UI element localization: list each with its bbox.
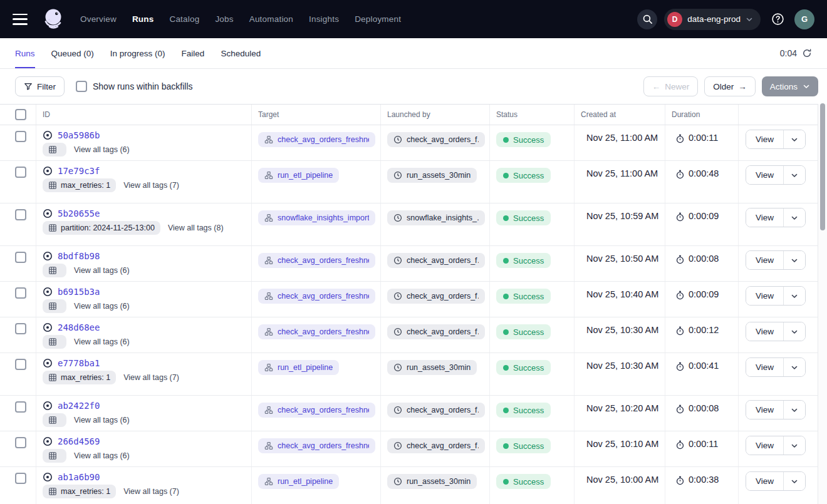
tab-queued-0[interactable]: Queued (0) <box>51 38 94 68</box>
launched-by-pill[interactable]: check_avg_orders_f… <box>387 289 485 304</box>
target-pill[interactable]: check_avg_orders_freshne <box>258 289 375 304</box>
hamburger-menu-icon[interactable] <box>13 14 28 25</box>
launched-by-pill[interactable]: snowflake_insights_… <box>387 210 485 225</box>
view-dropdown-button[interactable] <box>783 401 805 419</box>
row-checkbox[interactable] <box>15 473 26 484</box>
run-id-link[interactable]: ab1a6b90 <box>58 472 100 482</box>
view-all-tags-link[interactable]: View all tags (8) <box>168 224 224 232</box>
view-all-tags-link[interactable]: View all tags (7) <box>123 181 179 190</box>
target-pill[interactable]: snowflake_insights_import <box>258 210 375 225</box>
run-id-link[interactable]: 248d68ee <box>58 322 100 332</box>
launched-by-pill[interactable]: run_assets_30min <box>387 474 477 489</box>
backfills-checkbox[interactable] <box>76 81 87 92</box>
view-run-button[interactable]: View <box>746 130 783 148</box>
launched-by-pill[interactable]: run_assets_30min <box>387 168 477 183</box>
run-id-link[interactable]: 50a5986b <box>58 130 100 140</box>
view-run-button[interactable]: View <box>746 436 783 455</box>
refresh-icon[interactable] <box>802 48 812 58</box>
view-all-tags-link[interactable]: View all tags (7) <box>123 487 179 496</box>
target-pill[interactable]: check_avg_orders_freshne <box>258 132 375 147</box>
view-all-tags-link[interactable]: View all tags (6) <box>74 337 130 346</box>
view-run-button[interactable]: View <box>746 287 783 305</box>
select-all-checkbox[interactable] <box>15 109 26 120</box>
view-run-button[interactable]: View <box>746 166 783 184</box>
deployment-selector[interactable]: D data-eng-prod <box>664 9 761 30</box>
target-pill[interactable]: check_avg_orders_freshne <box>258 403 375 418</box>
launched-by-pill[interactable]: check_avg_orders_f… <box>387 253 485 268</box>
launched-by-pill[interactable]: check_avg_orders_f… <box>387 403 485 418</box>
view-dropdown-button[interactable] <box>783 287 805 305</box>
row-checkbox[interactable] <box>15 401 26 413</box>
view-all-tags-link[interactable]: View all tags (6) <box>74 145 130 154</box>
launched-by-pill[interactable]: run_assets_30min <box>387 360 477 375</box>
row-checkbox[interactable] <box>15 287 26 299</box>
view-dropdown-button[interactable] <box>783 436 805 455</box>
view-run-button[interactable]: View <box>746 401 783 419</box>
target-pill[interactable]: check_avg_orders_freshne <box>258 253 375 268</box>
view-dropdown-button[interactable] <box>783 251 805 269</box>
actions-button[interactable]: Actions <box>762 76 818 96</box>
target-pill[interactable]: check_avg_orders_freshne <box>258 438 375 453</box>
launched-by-pill[interactable]: check_avg_orders_f… <box>387 438 485 453</box>
search-button[interactable] <box>637 9 657 29</box>
tab-in-progress-0[interactable]: In progress (0) <box>110 38 165 68</box>
launched-by-pill[interactable]: check_avg_orders_f… <box>387 324 485 339</box>
target-pill[interactable]: run_etl_pipeline <box>258 360 339 375</box>
run-id-link[interactable]: e7778ba1 <box>58 358 100 368</box>
view-run-button[interactable]: View <box>746 322 783 341</box>
view-run-button[interactable]: View <box>746 208 783 227</box>
scrollbar-thumb[interactable] <box>820 103 825 230</box>
view-run-button[interactable]: View <box>746 358 783 376</box>
row-checkbox[interactable] <box>15 209 26 220</box>
view-dropdown-button[interactable] <box>783 322 805 341</box>
row-checkbox[interactable] <box>15 131 26 142</box>
nav-item-catalog[interactable]: Catalog <box>169 14 199 24</box>
row-checkbox[interactable] <box>15 323 26 334</box>
run-id-link[interactable]: 5b20655e <box>58 208 100 219</box>
row-checkbox[interactable] <box>15 359 26 370</box>
tag-pill <box>43 299 66 313</box>
nav-item-automation[interactable]: Automation <box>249 14 293 24</box>
view-dropdown-button[interactable] <box>783 166 805 184</box>
view-dropdown-button[interactable] <box>783 472 805 490</box>
user-avatar[interactable]: G <box>794 9 814 29</box>
tab-runs[interactable]: Runs <box>15 38 35 68</box>
nav-item-jobs[interactable]: Jobs <box>215 14 233 24</box>
target-pill[interactable]: check_avg_orders_freshne <box>258 324 375 339</box>
view-dropdown-button[interactable] <box>783 130 805 148</box>
run-id-link[interactable]: 17e79c3f <box>58 166 100 176</box>
tab-failed[interactable]: Failed <box>182 38 205 68</box>
nav-item-overview[interactable]: Overview <box>80 14 117 24</box>
nav-item-runs[interactable]: Runs <box>132 14 154 24</box>
view-all-tags-link[interactable]: View all tags (6) <box>74 266 130 275</box>
target-pill[interactable]: run_etl_pipeline <box>258 168 339 183</box>
nav-item-deployment[interactable]: Deployment <box>355 14 401 24</box>
view-dropdown-button[interactable] <box>783 358 805 376</box>
view-all-tags-link[interactable]: View all tags (6) <box>74 451 130 460</box>
view-dropdown-button[interactable] <box>783 208 805 227</box>
newer-button[interactable]: ← Newer <box>643 76 699 96</box>
run-id-link[interactable]: 8bdf8b98 <box>58 251 100 261</box>
view-all-tags-link[interactable]: View all tags (6) <box>74 416 130 424</box>
tab-scheduled[interactable]: Scheduled <box>221 38 261 68</box>
older-button[interactable]: Older → <box>704 76 756 96</box>
row-checkbox[interactable] <box>15 437 26 448</box>
target-name: run_etl_pipeline <box>278 477 333 486</box>
launched-by-pill[interactable]: check_avg_orders_f… <box>387 132 485 147</box>
row-checkbox[interactable] <box>15 252 26 263</box>
row-checkbox[interactable] <box>15 167 26 178</box>
view-run-button[interactable]: View <box>746 251 783 269</box>
view-all-tags-link[interactable]: View all tags (7) <box>123 373 179 382</box>
dagster-logo-icon[interactable] <box>41 7 66 32</box>
created-at-cell: Nov 25, 10:10 AM <box>575 431 665 466</box>
nav-item-insights[interactable]: Insights <box>309 14 339 24</box>
help-button[interactable] <box>767 9 788 29</box>
view-run-button[interactable]: View <box>746 472 783 490</box>
run-id-link[interactable]: b6915b3a <box>58 287 100 297</box>
target-pill[interactable]: run_etl_pipeline <box>258 474 339 489</box>
run-id-link[interactable]: 266d4569 <box>58 436 100 446</box>
duration-text: 0:00:09 <box>689 289 719 299</box>
view-all-tags-link[interactable]: View all tags (6) <box>74 302 130 311</box>
run-id-link[interactable]: ab2422f0 <box>58 401 100 411</box>
filter-button[interactable]: Filter <box>15 76 65 96</box>
